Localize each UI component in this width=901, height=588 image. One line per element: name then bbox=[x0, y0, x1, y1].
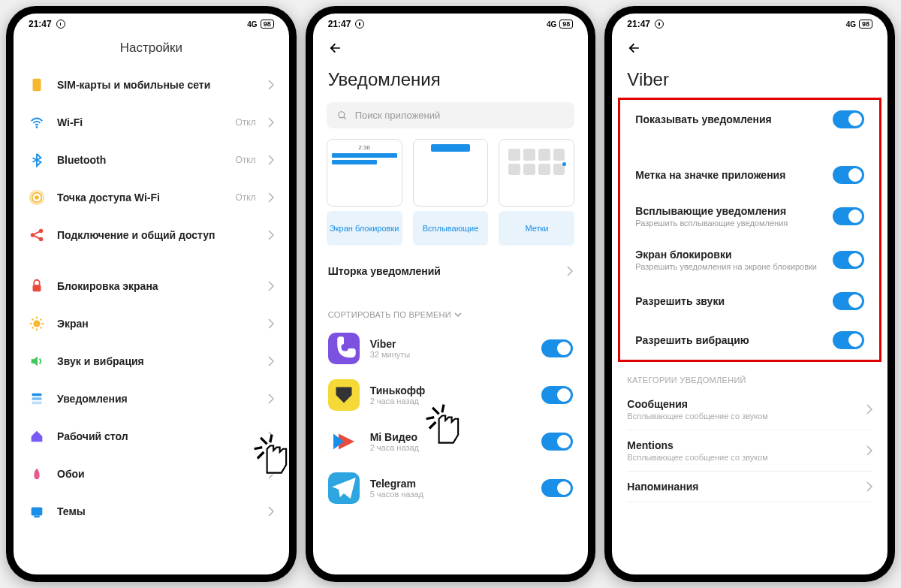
display-mode-badges[interactable]: Метки bbox=[499, 139, 574, 246]
display-mode-lock[interactable]: 2:36Экран блокировки bbox=[327, 139, 402, 246]
chevron-right-icon bbox=[866, 445, 872, 456]
chevron-right-icon bbox=[268, 117, 274, 128]
categories-header: КАТЕГОРИИ УВЕДОМЛЕНИЙ bbox=[612, 362, 887, 389]
toggle-switch[interactable] bbox=[833, 251, 864, 269]
app-toggle[interactable] bbox=[541, 433, 573, 451]
toggle-subtitle: Разрешить уведомления на экране блокиров… bbox=[635, 262, 824, 271]
back-button[interactable] bbox=[627, 41, 642, 56]
toggle-row[interactable]: Разрешить звуки bbox=[620, 282, 879, 321]
app-toggle[interactable] bbox=[541, 479, 573, 497]
svg-point-1 bbox=[36, 126, 38, 128]
status-bar: 21:47 4G 98 bbox=[14, 14, 289, 35]
tinkoff-app-icon bbox=[328, 379, 360, 411]
app-row-telegram[interactable]: Telegram 5 часов назад bbox=[313, 465, 589, 511]
home-icon bbox=[29, 428, 45, 445]
settings-row-themes[interactable]: Темы bbox=[14, 493, 289, 530]
row-label: Точка доступа Wi-Fi bbox=[57, 191, 223, 204]
row-label: Bluetooth bbox=[57, 154, 223, 166]
svg-rect-12 bbox=[32, 402, 42, 405]
toggle-row[interactable]: Показывать уведомления bbox=[620, 100, 879, 139]
settings-row-notifications[interactable]: Уведомления bbox=[14, 380, 289, 418]
toggle-switch[interactable] bbox=[833, 166, 864, 184]
toggle-title: Разрешить вибрацию bbox=[635, 334, 824, 346]
row-value: Откл bbox=[235, 192, 255, 203]
svg-point-2 bbox=[35, 195, 39, 200]
status-time: 21:47 bbox=[627, 19, 650, 29]
settings-row-share[interactable]: Подключение и общий доступ bbox=[14, 216, 289, 254]
category-subtitle: Всплывающее сообщение со звуком bbox=[627, 453, 866, 462]
settings-row-sim[interactable]: SIM-карты и мобильные сети bbox=[14, 66, 289, 104]
sort-header[interactable]: СОРТИРОВАТЬ ПО ВРЕМЕНИ bbox=[313, 301, 589, 325]
svg-rect-0 bbox=[33, 79, 41, 92]
chevron-right-icon bbox=[268, 356, 274, 366]
app-toggle[interactable] bbox=[541, 339, 573, 357]
header bbox=[313, 35, 589, 66]
chevron-right-icon bbox=[268, 506, 274, 517]
app-toggle[interactable] bbox=[541, 386, 573, 404]
settings-row-bluetooth[interactable]: Bluetooth Откл bbox=[14, 141, 289, 179]
search-input[interactable]: Поиск приложений bbox=[327, 102, 575, 128]
share-icon bbox=[29, 227, 45, 243]
app-name: Mi Видео bbox=[370, 431, 532, 443]
svg-rect-10 bbox=[32, 394, 42, 397]
app-name: Viber bbox=[370, 338, 532, 350]
header bbox=[612, 35, 887, 66]
toggle-row[interactable]: Метка на значке приложения bbox=[620, 155, 879, 194]
category-row[interactable]: Напоминания bbox=[612, 472, 887, 502]
chevron-right-icon bbox=[268, 155, 274, 165]
row-label: Уведомления bbox=[57, 393, 256, 405]
settings-row-wallpaper[interactable]: Обои bbox=[14, 455, 289, 493]
chevron-right-icon bbox=[268, 80, 274, 90]
category-row[interactable]: Mentions Всплывающее сообщение со звуком bbox=[612, 430, 887, 471]
battery-level: 98 bbox=[859, 20, 872, 29]
category-subtitle: Всплывающее сообщение со звуком bbox=[627, 412, 866, 421]
mode-label: Всплывающие bbox=[413, 211, 489, 246]
battery-level: 98 bbox=[261, 20, 274, 29]
toggle-row[interactable]: Разрешить вибрацию bbox=[620, 321, 879, 360]
row-label: Обои bbox=[57, 468, 256, 480]
toggle-switch[interactable] bbox=[833, 110, 864, 128]
toggle-row[interactable]: Всплывающие уведомления Разрешить всплыв… bbox=[620, 194, 879, 238]
display-icon bbox=[29, 315, 45, 332]
back-button[interactable] bbox=[328, 41, 343, 56]
app-name: Тинькофф bbox=[370, 384, 532, 397]
battery-level: 98 bbox=[559, 20, 573, 29]
signal-icon: 4G bbox=[846, 20, 856, 29]
phone-3: 21:47 4G 98 Viber Показывать уведомления… bbox=[604, 6, 895, 582]
svg-point-9 bbox=[33, 320, 40, 327]
settings-row-home[interactable]: Рабочий стол bbox=[14, 418, 289, 455]
toggle-title: Экран блокировки bbox=[635, 249, 824, 261]
row-value: Откл bbox=[235, 117, 255, 128]
category-row[interactable]: Сообщения Всплывающее сообщение со звуко… bbox=[612, 389, 887, 430]
toggle-switch[interactable] bbox=[833, 331, 864, 349]
app-row-tinkoff[interactable]: Тинькофф 2 часа назад bbox=[313, 372, 589, 418]
settings-row-lock[interactable]: Блокировка экрана bbox=[14, 267, 289, 305]
mode-label: Метки bbox=[499, 211, 574, 246]
toggle-switch[interactable] bbox=[833, 292, 864, 310]
hotspot-icon bbox=[29, 189, 45, 206]
themes-icon bbox=[29, 503, 45, 520]
wallpaper-icon bbox=[29, 466, 45, 482]
settings-row-wifi[interactable]: Wi-Fi Откл bbox=[14, 104, 289, 141]
status-time: 21:47 bbox=[328, 19, 351, 29]
toggle-switch[interactable] bbox=[833, 207, 864, 225]
row-label: Экран bbox=[57, 318, 256, 330]
screen-settings: 21:47 4G 98 Настройки SIM-карты и мобиль… bbox=[14, 14, 289, 574]
settings-row-sound[interactable]: Звук и вибрация bbox=[14, 342, 289, 380]
settings-row-display[interactable]: Экран bbox=[14, 305, 289, 342]
mode-label: Экран блокировки bbox=[327, 211, 402, 246]
sound-icon bbox=[29, 353, 45, 369]
notification-shade-row[interactable]: Шторка уведомлений bbox=[313, 255, 589, 288]
settings-row-hotspot[interactable]: Точка доступа Wi-Fi Откл bbox=[14, 179, 289, 216]
app-row-mivideo[interactable]: Mi Видео 2 часа назад bbox=[313, 418, 589, 465]
toggle-row[interactable]: Экран блокировки Разрешить уведомления н… bbox=[620, 238, 879, 282]
viber-app-icon bbox=[328, 333, 360, 364]
display-mode-popup[interactable]: Всплывающие bbox=[413, 139, 489, 246]
status-bar: 21:47 4G 98 bbox=[612, 14, 887, 35]
chevron-right-icon bbox=[268, 431, 274, 442]
wifi-icon bbox=[29, 114, 45, 131]
app-row-viber[interactable]: Viber 32 минуты bbox=[313, 325, 589, 372]
toggle-subtitle: Разрешить всплывающие уведомления bbox=[635, 219, 824, 228]
chevron-right-icon bbox=[268, 281, 274, 291]
svg-rect-13 bbox=[32, 508, 43, 516]
